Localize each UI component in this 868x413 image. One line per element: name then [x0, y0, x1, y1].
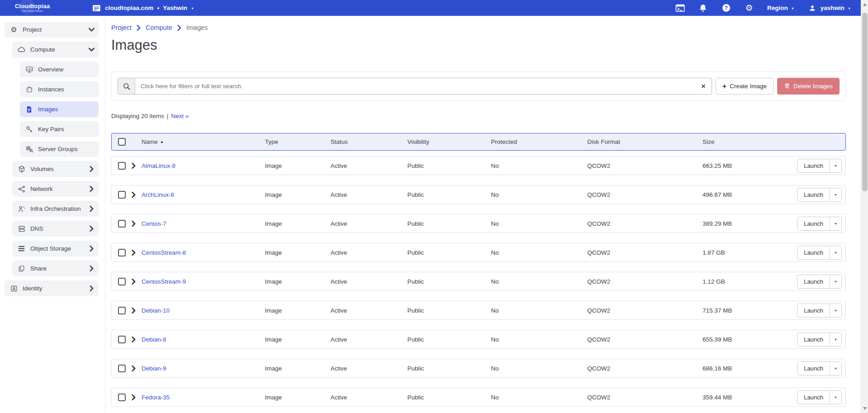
status-cell: Active [330, 249, 407, 256]
launch-dropdown-caret[interactable]: ▼ [830, 391, 841, 404]
expand-row-chevron-icon[interactable] [132, 366, 142, 371]
disk-format-cell: QCOW2 [587, 365, 703, 372]
status-cell: Active [330, 365, 407, 372]
launch-dropdown-caret[interactable]: ▼ [830, 362, 841, 375]
column-header-protected[interactable]: Protected [491, 138, 587, 145]
scrollbar-thumb[interactable] [862, 13, 868, 191]
image-name-link[interactable]: ArchLinux-8 [142, 191, 265, 198]
sidebar-item-overview[interactable]: Overview [20, 62, 99, 77]
column-header-status[interactable]: Status [330, 138, 407, 145]
image-name-link[interactable]: Debian-10 [142, 307, 265, 314]
row-checkbox[interactable] [118, 249, 126, 256]
sidebar-item-images[interactable]: Images [20, 101, 99, 117]
image-name-link[interactable]: Debian-8 [142, 336, 265, 343]
column-header-name[interactable]: Name ▲ [142, 138, 265, 145]
sidebar-item-share[interactable]: Share [12, 261, 99, 276]
sidebar-item-infra-orchestration[interactable]: Infra Orchestration [12, 201, 99, 217]
launch-button[interactable]: Launch [797, 188, 830, 201]
notifications-bell-icon[interactable] [698, 3, 708, 13]
sidebar-item-key-pairs[interactable]: Key Pairs [20, 121, 99, 137]
expand-row-chevron-icon[interactable] [132, 394, 142, 400]
expand-row-chevron-icon[interactable] [132, 308, 142, 313]
image-name-link[interactable]: CentosStream-9 [142, 278, 265, 285]
sidebar-item-label: Volumes [30, 166, 54, 172]
expand-row-chevron-icon[interactable] [132, 337, 142, 342]
row-checkbox[interactable] [118, 191, 126, 199]
launch-dropdown-caret[interactable]: ▼ [830, 188, 841, 201]
expand-row-chevron-icon[interactable] [132, 192, 142, 198]
row-checkbox[interactable] [118, 162, 126, 170]
sidebar-item-dns[interactable]: DNS [12, 221, 99, 237]
launch-button[interactable]: Launch [797, 333, 830, 346]
share-icon [17, 264, 26, 273]
search-icon[interactable] [118, 78, 135, 94]
disk-format-cell: QCOW2 [587, 394, 703, 401]
column-header-disk-format[interactable]: Disk Format [587, 138, 703, 145]
row-checkbox[interactable] [118, 220, 126, 228]
sidebar-item-instances[interactable]: Instances [20, 81, 99, 97]
launch-dropdown-caret[interactable]: ▼ [830, 275, 841, 288]
row-checkbox[interactable] [118, 307, 126, 314]
next-page-link[interactable]: Next » [171, 113, 189, 119]
row-checkbox[interactable] [118, 394, 126, 401]
column-header-size[interactable]: Size [703, 138, 796, 145]
breadcrumb-compute[interactable]: Compute [146, 24, 172, 31]
sidebar-item-compute[interactable]: Compute [12, 42, 99, 57]
image-name-link[interactable]: Centos-7 [142, 220, 265, 227]
launch-dropdown-caret[interactable]: ▼ [830, 159, 841, 172]
region-menu[interactable]: Region ▼ [767, 5, 794, 11]
delete-images-button[interactable]: Delete Images [777, 78, 840, 95]
terminal-icon[interactable] [675, 3, 685, 13]
sidebar-item-label: Instances [38, 86, 64, 93]
status-cell: Active [330, 162, 407, 169]
row-checkbox[interactable] [118, 278, 126, 285]
search-input[interactable] [135, 78, 695, 94]
launch-button[interactable]: Launch [797, 217, 830, 230]
clear-search-button[interactable]: × [695, 78, 712, 94]
project-context-switcher[interactable]: cloudtopiaa.com • Yashwin ▼ [91, 3, 194, 13]
sidebar-item-network[interactable]: Network [12, 181, 99, 197]
launch-dropdown-caret[interactable]: ▼ [830, 333, 841, 346]
launch-dropdown-caret[interactable]: ▼ [830, 217, 841, 230]
breadcrumb-project[interactable]: Project [111, 24, 132, 31]
scroll-down-arrow[interactable] [861, 405, 868, 412]
brand-logo[interactable]: Cloudtopiaa Your Cloud Partner [15, 3, 50, 13]
launch-button[interactable]: Launch [797, 159, 830, 172]
settings-gear-icon[interactable]: ⚙ [744, 3, 754, 13]
expand-row-chevron-icon[interactable] [132, 279, 142, 285]
launch-dropdown-caret[interactable]: ▼ [830, 304, 841, 317]
type-cell: Image [265, 162, 330, 169]
create-image-button[interactable]: + Create Image [716, 78, 774, 95]
expand-row-chevron-icon[interactable] [132, 221, 142, 227]
image-name-link[interactable]: CentosStream-8 [142, 249, 265, 256]
help-icon[interactable]: ? [721, 3, 731, 13]
launch-button[interactable]: Launch [797, 304, 830, 317]
image-name-link[interactable]: Fedora-35 [142, 394, 265, 401]
select-all-checkbox[interactable] [118, 138, 126, 146]
image-name-link[interactable]: Debian-9 [142, 365, 265, 372]
user-menu[interactable]: yashwin ▼ [807, 3, 851, 13]
launch-button[interactable]: Launch [797, 275, 830, 288]
sidebar-item-object-storage[interactable]: Object Storage [12, 241, 99, 256]
launch-button[interactable]: Launch [797, 246, 830, 259]
sidebar-item-identity[interactable]: Identity [5, 280, 99, 296]
launch-button[interactable]: Launch [797, 391, 830, 404]
sidebar-item-volumes[interactable]: Volumes [12, 161, 99, 177]
launch-button[interactable]: Launch [797, 362, 830, 375]
scroll-up-arrow[interactable] [861, 1, 868, 8]
column-header-type[interactable]: Type [265, 138, 330, 145]
row-checkbox[interactable] [118, 365, 126, 372]
window-scrollbar[interactable] [861, 0, 868, 413]
launch-dropdown-caret[interactable]: ▼ [830, 246, 841, 259]
size-cell: 663.25 MB [703, 162, 796, 169]
row-checkbox[interactable] [118, 336, 126, 343]
image-name-link[interactable]: AlmaLinux-8 [142, 162, 265, 169]
sidebar-item-server-groups[interactable]: Server Groups [20, 141, 99, 157]
window-list-icon [91, 3, 101, 13]
visibility-cell: Public [407, 249, 491, 256]
expand-row-chevron-icon[interactable] [132, 163, 142, 169]
breadcrumb-images: Images [186, 24, 208, 31]
sidebar-item-project[interactable]: ⚙ Project [5, 22, 99, 38]
column-header-visibility[interactable]: Visibility [407, 138, 491, 145]
expand-row-chevron-icon[interactable] [132, 250, 142, 256]
